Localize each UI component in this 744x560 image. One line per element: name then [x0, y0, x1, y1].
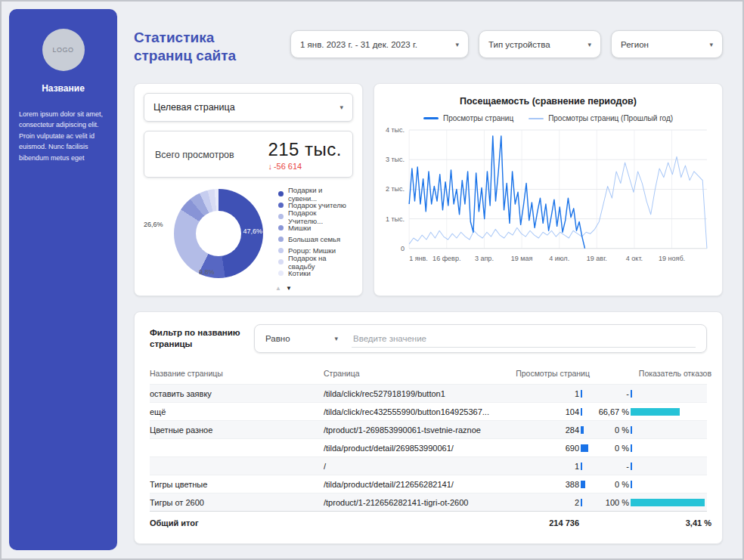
sidebar-title: Название [9, 83, 117, 94]
logo-text: LOGO [52, 46, 73, 54]
legend-label: Подарки и сувени... [288, 186, 353, 203]
bounce-cell: 0 % [590, 425, 711, 435]
views-bar [581, 390, 582, 398]
views-bar [581, 499, 582, 506]
bounce-bar [631, 499, 705, 506]
chart-legend-label: Просмотры страниц (Прошлый год) [548, 114, 673, 122]
donut-legend-item[interactable]: Подарки и сувени... [278, 188, 353, 200]
table-filter-row: Фильтр по названию страницы Равно ▾ [150, 324, 707, 353]
column-header[interactable]: Показатель отказов [590, 369, 711, 378]
page-name-cell: оставить заявку [150, 389, 324, 398]
table-row[interactable]: ещё /tilda/click/rec432555990/button1649… [150, 402, 707, 420]
filter-chip-label: 1 янв. 2023 г. - 31 дек. 2023 г. [300, 40, 417, 49]
traffic-chart-legend: Просмотры страниц Просмотры страниц (Про… [382, 114, 715, 122]
views-bar [581, 444, 588, 452]
legend-bullet-icon [278, 271, 284, 276]
logo: LOGO [42, 29, 85, 71]
filter-chip[interactable]: Тип устройства ▾ [479, 30, 601, 58]
table-row[interactable]: Цветные разное /tproduct/1-269853990061-… [150, 420, 707, 438]
overview-card: Целевая страница ▾ Всего просмотров 215 … [134, 83, 363, 296]
svg-text:3 тыс.: 3 тыс. [386, 156, 405, 163]
bounce-cell: - [590, 389, 711, 398]
filter-chip[interactable]: Регион ▾ [611, 30, 723, 58]
donut-chart-area: 26,6%47,6%9,8% Подарки и сувени... Подар… [144, 188, 353, 279]
svg-text:4 тыс.: 4 тыс. [386, 126, 405, 134]
scorecard-label: Всего просмотров [155, 150, 234, 160]
pager-up-icon[interactable]: ▲ [275, 285, 281, 292]
sidebar: LOGO Название Lorem ipsum dolor sit amet… [9, 9, 117, 550]
legend-bullet-icon [278, 191, 284, 196]
svg-text:4 окт.: 4 окт. [626, 255, 643, 262]
target-page-select[interactable]: Целевая страница ▾ [144, 93, 353, 122]
main-content: Статистика страниц сайта 1 янв. 2023 г. … [128, 9, 733, 550]
svg-text:4 июл.: 4 июл. [549, 255, 569, 262]
filter-chips: 1 янв. 2023 г. - 31 дек. 2023 г. ▾ Тип у… [290, 30, 723, 58]
views-bar [581, 463, 582, 470]
pages-table: Название страницыСтраницаПросмотры стран… [150, 365, 707, 534]
page-url-cell: / [324, 462, 493, 471]
donut-wrap: 26,6%47,6%9,8% [174, 189, 263, 278]
donut-legend: Подарки и сувени... Подарок учителю Пода… [278, 188, 353, 279]
donut-label: 9,8% [199, 268, 215, 276]
table-row[interactable]: оставить заявку /tilda/click/rec52791819… [150, 384, 707, 402]
svg-text:0: 0 [401, 245, 405, 252]
donut-legend-item[interactable]: Большая семья [278, 234, 353, 245]
table-row[interactable]: / 1 - [150, 456, 707, 475]
chart-legend-item[interactable]: Просмотры страниц [423, 114, 513, 122]
bounce-bar [631, 426, 632, 434]
filter-chip-label: Регион [621, 40, 649, 49]
legend-bullet-icon [278, 203, 284, 208]
scorecard-delta: ↓ -56 614 [268, 162, 342, 171]
chevron-down-icon: ▾ [709, 41, 713, 48]
views-cell: 1 [493, 462, 590, 471]
bounce-bar [631, 463, 632, 470]
table-row[interactable]: /tilda/product/detail/269853990061/ 690 … [150, 438, 707, 456]
bounce-cell: 100 % [590, 498, 711, 507]
donut-legend-item[interactable]: Подарок Учителю... [278, 211, 353, 222]
svg-text:19 нояб.: 19 нояб. [659, 255, 685, 262]
arrow-down-icon: ↓ [268, 162, 272, 171]
column-header[interactable]: Страница [324, 369, 493, 378]
pager-down-icon[interactable]: ▼ [286, 285, 292, 292]
page-name-cell: ещё [150, 407, 324, 416]
filter-value-input[interactable] [352, 330, 696, 348]
chart-legend-label: Просмотры страниц [443, 114, 513, 122]
donut-label: 26,6% [144, 221, 163, 228]
donut-legend-item[interactable]: Подарок на свадьбу [278, 256, 353, 268]
traffic-chart-svg: 1 янв.16 февр.3 апр.19 мая4 июл.19 авг.4… [382, 124, 715, 273]
svg-text:16 февр.: 16 февр. [432, 255, 460, 262]
views-cell: 1 [493, 389, 590, 398]
legend-bullet-icon [278, 248, 284, 253]
table-row[interactable]: Тигры цветные /tilda/product/detail/2126… [150, 475, 707, 493]
views-cell: 284 [493, 425, 590, 435]
column-header[interactable]: Просмотры страниц [493, 369, 590, 378]
cards-row: Целевая страница ▾ Всего просмотров 215 … [134, 83, 723, 296]
page-url-cell: /tilda/click/rec432555990/button16492536… [324, 407, 493, 416]
total-views: 214 736 [493, 518, 590, 528]
page-name-cell: Цветные разное [150, 425, 324, 435]
chevron-down-icon: ▾ [334, 335, 338, 342]
svg-text:1 тыс.: 1 тыс. [386, 215, 405, 223]
filter-chip[interactable]: 1 янв. 2023 г. - 31 дек. 2023 г. ▾ [290, 30, 469, 58]
page-name-cell: Тигры цветные [150, 480, 324, 489]
chart-legend-item[interactable]: Просмотры страниц (Прошлый год) [529, 114, 673, 122]
legend-label: Подарок Учителю... [288, 209, 353, 225]
filter-condition-value: Равно [265, 334, 290, 343]
page-url-cell: /tilda/product/detail/212656282141/ [324, 480, 493, 489]
filter-condition-select[interactable]: Равно ▾ [265, 334, 338, 343]
legend-line-icon [423, 117, 439, 119]
total-views-scorecard: Всего просмотров 215 тыс. ↓ -56 614 [144, 131, 353, 178]
scorecard-value-block: 215 тыс. ↓ -56 614 [268, 139, 342, 171]
table-header-row: Название страницыСтраницаПросмотры стран… [150, 365, 707, 384]
svg-text:19 мая: 19 мая [511, 255, 533, 262]
views-cell: 388 [493, 480, 590, 489]
legend-pager[interactable]: ▲▼ [275, 285, 292, 292]
legend-bullet-icon [278, 214, 284, 219]
bounce-bar [631, 408, 680, 416]
table-filter-control: Равно ▾ [254, 324, 707, 353]
column-header[interactable]: Название страницы [150, 369, 324, 378]
legend-line-icon [529, 118, 544, 119]
svg-text:1 янв.: 1 янв. [409, 255, 428, 262]
table-row[interactable]: Тигры от 2600 /tproduct/1-212656282141-t… [150, 493, 707, 511]
chevron-down-icon: ▾ [587, 41, 591, 48]
